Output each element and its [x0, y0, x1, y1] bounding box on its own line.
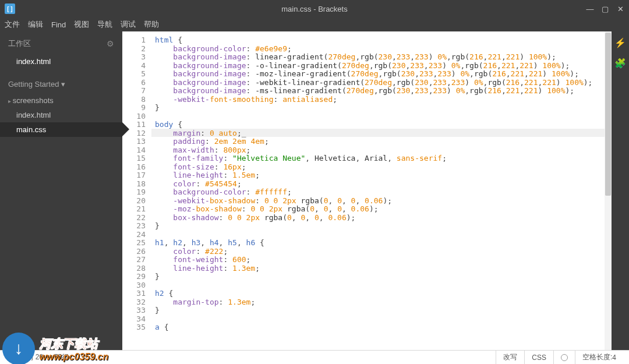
tree-file-main[interactable]: main.css — [0, 122, 122, 137]
menu-file[interactable]: 文件 — [5, 19, 20, 30]
window-controls: — ▢ ✕ — [586, 5, 624, 13]
maximize-icon[interactable]: ▢ — [601, 5, 609, 13]
menu-edit[interactable]: 编辑 — [28, 19, 43, 30]
close-icon[interactable]: ✕ — [616, 5, 624, 13]
app-logo-icon: [ ] — [5, 3, 15, 14]
gear-icon[interactable]: ⚙ — [107, 39, 114, 48]
indent-setting[interactable]: 空格长度: 4 — [575, 351, 623, 364]
menubar: 文件 编辑 Find 视图 导航 调试 帮助 — [0, 17, 629, 31]
workspace-label: 工作区 — [8, 38, 31, 49]
window-title: main.css - Brackets — [281, 5, 347, 13]
gutter: 1234567891011121314151617181920212223242… — [122, 31, 151, 350]
code-area[interactable]: html { background-color: #e6e9e9; backgr… — [151, 31, 612, 350]
menu-view[interactable]: 视图 — [74, 19, 89, 30]
menu-find[interactable]: Find — [51, 20, 66, 29]
menu-navigate[interactable]: 导航 — [97, 19, 112, 30]
language-mode[interactable]: CSS — [524, 351, 553, 364]
live-preview-icon[interactable]: ⚡ — [614, 37, 626, 48]
right-rail: ⚡ 🧩 — [612, 31, 629, 350]
project-header[interactable]: Getting Started ▾ — [0, 74, 122, 93]
extensions-icon[interactable]: 🧩 — [614, 58, 626, 69]
sidebar: 工作区 ⚙ index.html Getting Started ▾ scree… — [0, 31, 122, 350]
main-area: 工作区 ⚙ index.html Getting Started ▾ scree… — [0, 31, 629, 350]
tree-folder[interactable]: screenshots — [0, 93, 122, 108]
workspace-header: 工作区 ⚙ — [0, 31, 122, 54]
titlebar: [ ] main.css - Brackets — ▢ ✕ — [0, 0, 629, 17]
minimize-icon[interactable]: — — [586, 5, 594, 13]
lint-status-icon[interactable] — [553, 351, 575, 364]
statusbar: 行 12, 列 20 — 75行 改写 CSS 空格长度: 4 — [0, 350, 629, 364]
menu-help[interactable]: 帮助 — [144, 19, 159, 30]
editor[interactable]: 1234567891011121314151617181920212223242… — [122, 31, 612, 350]
tree-file-index[interactable]: index.html — [0, 108, 122, 122]
cursor-position: 行 12, 列 20 — 75行 — [6, 352, 496, 362]
overwrite-mode[interactable]: 改写 — [496, 351, 524, 364]
menu-debug[interactable]: 调试 — [121, 19, 136, 30]
working-file[interactable]: index.html — [0, 54, 122, 69]
